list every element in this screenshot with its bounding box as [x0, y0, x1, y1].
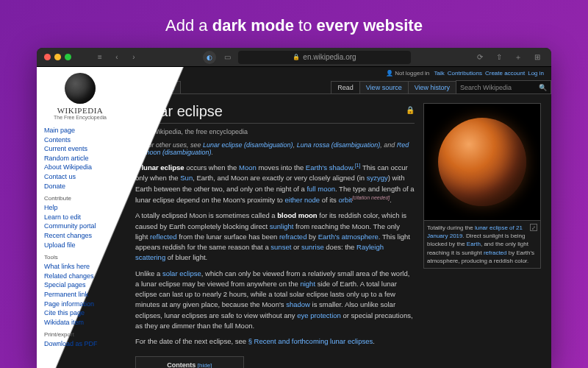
sidebar-link-random-article[interactable]: Random article: [44, 154, 116, 163]
reload-button[interactable]: ⟳: [473, 52, 487, 63]
wiki-link[interactable]: Earth's atmosphere: [318, 233, 379, 241]
wiki-link[interactable]: sunset: [270, 243, 291, 251]
browser-window: ≡ ‹ › ◐ ▭ 🔒 en.wikipedia.org ⟳ ⇧ ＋ ⊞ WIK…: [37, 48, 551, 368]
padlock-icon: 🔒: [406, 106, 415, 114]
new-tab-button[interactable]: ＋: [512, 52, 525, 63]
userbar-link-talk[interactable]: Talk: [434, 70, 445, 77]
wiki-link[interactable]: sunlight: [270, 222, 294, 230]
sidebar-link-learn-to-edit[interactable]: Learn to edit: [44, 213, 116, 222]
wiki-link[interactable]: refracted: [279, 233, 307, 241]
tab-read[interactable]: Read: [331, 81, 360, 93]
hatnote-link[interactable]: Luna rossa (disambiguation): [297, 141, 381, 149]
body-p2: A totally eclipsed Moon is sometimes cal…: [135, 210, 415, 263]
sidebar-link-community-portal[interactable]: Community portal: [44, 222, 116, 231]
sidebar-link-help[interactable]: Help: [44, 203, 116, 213]
titlebar: ≡ ‹ › ◐ ▭ 🔒 en.wikipedia.org ⟳ ⇧ ＋ ⊞: [37, 48, 551, 67]
not-logged-in-label: Not logged in: [395, 70, 429, 77]
sidebar-link-related-changes[interactable]: Related changes: [44, 272, 116, 281]
magnify-icon[interactable]: ⤢: [530, 224, 537, 231]
lock-icon: 🔒: [293, 54, 300, 60]
sidebar-link-page-information[interactable]: Page information: [44, 300, 116, 309]
back-button[interactable]: ‹: [110, 52, 123, 63]
forward-button[interactable]: ›: [127, 52, 140, 63]
lead-image[interactable]: [423, 103, 541, 221]
sidebar-link-current-events[interactable]: Current events: [44, 144, 116, 154]
sidebar-link-main-page[interactable]: Main page: [44, 126, 116, 135]
tab-talk[interactable]: Talk: [156, 81, 181, 93]
minimize-window-button[interactable]: [54, 54, 61, 60]
wiki-link[interactable]: orbit: [338, 196, 351, 204]
hatnote-link[interactable]: Lunar eclipse (disambiguation): [203, 141, 293, 149]
sidebar-link-contact-us[interactable]: Contact us: [44, 172, 116, 182]
url-text: en.wikipedia.org: [303, 53, 356, 61]
search-input[interactable]: Search Wikipedia 🔍: [456, 80, 551, 93]
search-icon[interactable]: 🔍: [539, 84, 547, 91]
wiki-link[interactable]: syzygy: [367, 174, 388, 182]
maximize-window-button[interactable]: [65, 54, 71, 60]
close-window-button[interactable]: [44, 54, 51, 60]
tabs-overview-button[interactable]: ⊞: [531, 52, 544, 63]
sidebar-toggle-button[interactable]: ≡: [93, 52, 107, 63]
sidebar-link-upload-file[interactable]: Upload file: [44, 241, 116, 250]
sidebar-link-permanent-link[interactable]: Permanent link: [44, 290, 116, 300]
image-caption: ⤢ Totality during the lunar eclipse of 2…: [423, 221, 541, 269]
hero-tagline: Add a dark mode to every website: [0, 16, 588, 35]
wiki-link[interactable]: shadow: [286, 300, 310, 308]
wiki-link[interactable]: either node: [285, 196, 320, 204]
wiki-link[interactable]: Rayleigh scattering: [135, 243, 384, 261]
wiki-link[interactable]: solar eclipse: [162, 269, 201, 277]
userbar-link-contributions[interactable]: Contributions: [448, 70, 482, 77]
page-tabs: ArticleTalk ReadView sourceView history …: [125, 79, 551, 94]
sidebar-link-cite-this-page[interactable]: Cite this page: [44, 308, 116, 318]
sidebar-link-download-as-pdf[interactable]: Download as PDF: [44, 339, 116, 349]
wiki-link[interactable]: Earth's shadow: [306, 163, 353, 171]
wiki-link[interactable]: refracted: [484, 250, 507, 256]
wiki-link[interactable]: full moon: [306, 185, 335, 193]
tab-view-source[interactable]: View source: [359, 81, 409, 93]
wiki-link[interactable]: lunar eclipse of 21 January 2019: [427, 224, 523, 239]
wiki-link[interactable]: Moon: [239, 163, 257, 171]
sidebar-link-recent-changes[interactable]: Recent changes: [44, 231, 116, 241]
wiki-link[interactable]: eye protection: [297, 311, 341, 319]
sidebar-link-donate[interactable]: Donate: [44, 182, 116, 191]
tab-view-history[interactable]: View history: [408, 81, 456, 93]
sidebar-link-what-links-here[interactable]: What links here: [44, 262, 116, 272]
wiki-link[interactable]: reflected: [150, 233, 176, 241]
body-p1: A lunar eclipse occurs when the Moon mov…: [135, 162, 415, 205]
wiki-logo[interactable]: WIKIPEDIA The Free Encyclopedia: [44, 73, 116, 120]
wiki-link[interactable]: sunrise: [301, 243, 324, 251]
hatnote: For other uses, see Lunar eclipse (disam…: [135, 141, 415, 156]
sidebar-link-special-pages[interactable]: Special pages: [44, 280, 116, 290]
privacy-shield-button[interactable]: ▭: [220, 52, 234, 63]
wiki-globe-icon: [65, 73, 96, 104]
userbar-link-log-in[interactable]: Log in: [528, 70, 544, 77]
wiki-link[interactable]: Earth: [467, 241, 481, 247]
from-line: From Wikipedia, the free encyclopedia: [135, 128, 415, 135]
moon-graphic: [438, 118, 526, 206]
share-button[interactable]: ⇧: [492, 52, 506, 63]
wiki-link[interactable]: Sun: [180, 174, 193, 182]
user-icon: 👤: [386, 70, 393, 77]
wiki-link[interactable]: § Recent and forthcoming lunar eclipses: [248, 337, 373, 345]
tab-article[interactable]: Article: [125, 81, 157, 93]
toc-box: Contents [hide] 1 Types of lunar eclipse…: [135, 356, 244, 368]
body-p4: For the date of the next eclipse, see § …: [135, 336, 415, 347]
userbar-link-create-account[interactable]: Create account: [485, 70, 525, 77]
wiki-sidebar: WIKIPEDIA The Free Encyclopedia Main pag…: [37, 67, 123, 368]
extension-darkmode-button[interactable]: ◐: [203, 51, 216, 64]
sidebar-link-contents[interactable]: Contents: [44, 135, 116, 145]
toc-hide-link[interactable]: [hide]: [198, 362, 212, 368]
page-content: WIKIPEDIA The Free Encyclopedia Main pag…: [37, 67, 551, 368]
sidebar-link-about-wikipedia[interactable]: About Wikipedia: [44, 163, 116, 172]
sidebar-link-wikidata-item[interactable]: Wikidata item: [44, 318, 116, 328]
infobox: ⤢ Totality during the lunar eclipse of 2…: [423, 103, 541, 368]
user-bar: 👤 Not logged in TalkContributionsCreate …: [125, 67, 551, 79]
wiki-link[interactable]: night: [300, 280, 315, 288]
page-title: Lunar eclipse 🔒: [135, 103, 415, 124]
body-p3: Unlike a solar eclipse, which can only b…: [135, 269, 415, 332]
url-bar[interactable]: 🔒 en.wikipedia.org: [238, 51, 411, 64]
